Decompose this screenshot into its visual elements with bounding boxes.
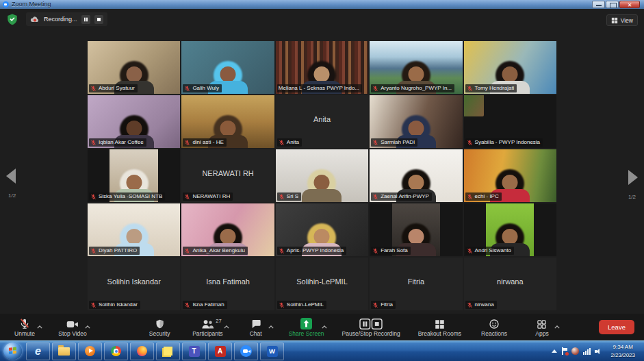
participant-tile[interactable]: nirwananirwana (464, 258, 556, 310)
participant-tile[interactable]: Farah Sofa (370, 203, 462, 256)
participant-tile[interactable]: dini asti - HE (181, 95, 274, 148)
participant-tile[interactable]: Siska Yulia -SOMASI NTB (88, 149, 180, 202)
antivirus-tray-icon[interactable] (571, 347, 579, 355)
participant-tile[interactable]: echi - IPC (464, 149, 556, 202)
chevron-up-icon[interactable] (37, 319, 42, 332)
security-button[interactable]: Security (144, 317, 175, 337)
participants-button[interactable]: 27 Participants (192, 317, 222, 337)
reactions-button[interactable]: Reactions (479, 317, 509, 337)
participant-nameplate: Syabilla - PWYP Indonesia (465, 138, 543, 147)
participant-display-name: Fitria (370, 277, 462, 286)
taskbar-item-zoom[interactable] (234, 343, 258, 360)
taskbar-item-firefox[interactable] (130, 343, 154, 360)
person-silhouette (408, 229, 424, 245)
taskbar-clock[interactable]: 9:34 AM 2/23/2023 (606, 343, 639, 358)
participant-name: Fitria (381, 301, 393, 309)
participant-tile[interactable]: Sarmiah PADI (370, 95, 462, 148)
participant-nameplate: Solihin Iskandar (89, 301, 140, 309)
chevron-up-icon[interactable] (268, 319, 274, 332)
participant-display-name: nirwana (464, 277, 556, 286)
stop-recording-button[interactable] (94, 15, 103, 24)
participant-display-name: Anita (276, 115, 368, 123)
participant-tile[interactable]: Andri Siswanto (464, 203, 556, 256)
participant-tile[interactable]: Anika_Akar Bengkulu (181, 203, 274, 256)
chrome-icon (111, 346, 121, 356)
muted-mic-icon (467, 302, 473, 308)
participant-name: Syabilla - PWYP Indonesia (475, 138, 540, 147)
recording-indicator: Recording... (26, 12, 107, 26)
previous-page-arrow[interactable] (6, 169, 16, 184)
window-titlebar[interactable]: Zoom Meeting (0, 0, 644, 9)
participant-tile[interactable]: Tomy Hendrajati (464, 41, 556, 94)
participant-name: Solihin Iskandar (99, 301, 138, 309)
participant-tile[interactable]: Galih Wuly (181, 41, 274, 94)
next-page-arrow[interactable] (628, 170, 638, 185)
view-button[interactable]: View (606, 14, 638, 26)
clock-date: 2/23/2023 (610, 351, 635, 359)
taskbar-item-internet-explorer[interactable]: e (26, 343, 50, 360)
participant-name: Tomy Hendrajati (475, 84, 515, 92)
apps-button[interactable]: Apps (527, 317, 557, 337)
person-silhouette (502, 229, 518, 245)
participant-tile[interactable]: Iqbian Akar Coffee (88, 95, 180, 148)
participant-tile[interactable]: NERAWATI RHNERAWATI RH (181, 149, 274, 202)
action-center-flag-icon[interactable] (561, 347, 567, 355)
share-screen-button[interactable]: Share Screen (289, 317, 324, 337)
chat-button[interactable]: Chat (241, 317, 271, 337)
taskbar-item-word[interactable]: W (260, 343, 284, 360)
tray-expand-icon[interactable] (552, 349, 557, 353)
participant-tile[interactable]: Apris- PWYP Indonesia (276, 203, 368, 256)
maximize-button[interactable] (606, 1, 619, 8)
participant-display-name: Isna Fatimah (181, 277, 274, 286)
participant-nameplate: Andri Siswanto (465, 247, 514, 255)
participant-tile[interactable]: Diyah PATTIRO (88, 203, 180, 256)
participant-display-name: Solihin-LePMIL (276, 277, 368, 286)
taskbar-item-file-explorer[interactable] (52, 343, 76, 360)
chevron-up-icon[interactable] (85, 319, 90, 332)
participant-tile[interactable]: FitriaFitria (370, 258, 462, 310)
participant-tile[interactable]: Abduri Syatuur (88, 41, 180, 94)
participant-tile[interactable]: AnitaAnita (276, 95, 368, 148)
pause-stop-recording-button[interactable]: Pause/Stop Recording (342, 317, 400, 337)
video-camera-icon (66, 317, 79, 329)
encryption-shield-icon (6, 13, 18, 25)
network-signal-icon[interactable] (583, 347, 591, 355)
minimize-button[interactable] (592, 1, 605, 8)
participant-tile[interactable]: Aryanto Nugroho_PWYP In... (370, 41, 462, 94)
participant-nameplate: Siska Yulia -SOMASI NTB (89, 192, 165, 201)
taskbar-item-teams[interactable]: T (182, 343, 206, 360)
participant-nameplate: nirwana (465, 301, 497, 309)
stop-video-button[interactable]: Stop Video (57, 317, 88, 337)
recording-label: Recording... (44, 16, 77, 23)
chevron-up-icon[interactable] (322, 319, 327, 332)
start-button[interactable] (3, 343, 22, 360)
person-silhouette (126, 229, 142, 245)
taskbar-item-acrobat[interactable]: A (208, 343, 232, 360)
page-indicator-right: 1/2 (628, 194, 636, 200)
chevron-up-icon[interactable] (224, 319, 229, 332)
participant-nameplate: Fitria (371, 301, 396, 309)
participant-tile[interactable]: Solihin IskandarSolihin Iskandar (88, 258, 180, 310)
unmute-button[interactable]: Unmute (10, 317, 40, 337)
participant-tile[interactable]: Isna FatimahIsna Fatimah (181, 258, 274, 310)
taskbar-item-chrome[interactable] (104, 343, 128, 360)
participant-tile[interactable]: Sri S (276, 149, 368, 202)
teams-icon: T (189, 346, 200, 357)
participant-nameplate: Tomy Hendrajati (465, 84, 517, 92)
pause-recording-button[interactable] (81, 15, 90, 24)
leave-button[interactable]: Leave (599, 320, 634, 334)
close-button[interactable] (619, 1, 640, 8)
participant-tile[interactable]: Syabilla - PWYP Indonesia (464, 95, 556, 148)
participant-tile[interactable]: Zaenal Arifin-PWYP (370, 149, 462, 202)
participant-tile[interactable]: Solihin-LePMILSolihin-LePMIL (276, 258, 368, 310)
taskbar-item-media-player[interactable] (78, 343, 102, 360)
participant-name: Sarmiah PADI (381, 138, 415, 147)
volume-icon[interactable] (595, 347, 602, 355)
participant-name: Zaenal Arifin-PWYP (381, 192, 429, 201)
page-indicator-left: 1/2 (8, 192, 16, 199)
breakout-rooms-button[interactable]: Breakout Rooms (418, 317, 461, 337)
chevron-up-icon[interactable] (554, 319, 560, 332)
muted-mic-icon (467, 86, 473, 92)
taskbar-item-sticky-notes[interactable] (156, 343, 180, 360)
participant-tile[interactable]: Meliana L - Seknas PWYP Indo... (276, 41, 368, 94)
